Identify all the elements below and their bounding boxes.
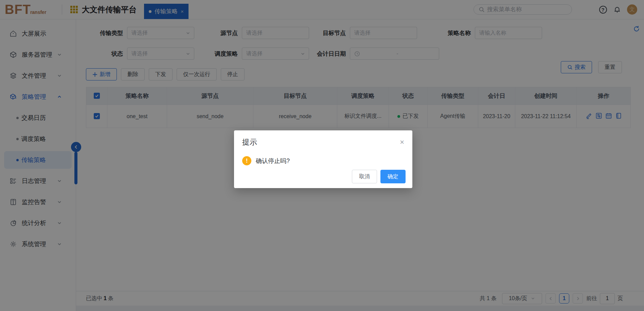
close-icon[interactable]: × bbox=[400, 139, 404, 146]
dialog-body: ! 确认停止吗? bbox=[234, 147, 412, 165]
dialog-footer: 取消 确定 bbox=[352, 170, 406, 183]
cancel-button[interactable]: 取消 bbox=[352, 170, 377, 183]
dialog-header: 提示 × bbox=[234, 130, 412, 147]
dialog-title: 提示 bbox=[242, 137, 257, 147]
dialog-message: 确认停止吗? bbox=[256, 157, 290, 165]
confirm-dialog: 提示 × ! 确认停止吗? 取消 确定 bbox=[234, 130, 412, 188]
warning-icon: ! bbox=[242, 156, 251, 165]
confirm-button[interactable]: 确定 bbox=[380, 170, 406, 183]
app-root: BFT ransfer 大文件传输平台 传输策略 × ? bbox=[0, 0, 644, 311]
